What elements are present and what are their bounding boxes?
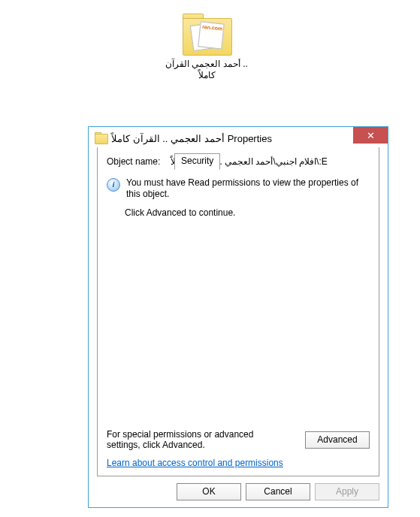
dialog-actions: OK Cancel Apply <box>177 483 379 500</box>
link-label: Learn about access control and permissio… <box>107 458 283 468</box>
button-label: OK <box>202 486 215 497</box>
continue-message: Click Advanced to continue. <box>125 207 370 218</box>
tab-security[interactable]: Security <box>174 153 220 170</box>
cancel-button[interactable]: Cancel <box>246 483 310 500</box>
advanced-hint-text: For special permissions or advanced sett… <box>107 429 279 450</box>
thumb-text: ran.com <box>202 24 223 32</box>
info-icon: i <box>107 178 120 192</box>
titlebar[interactable]: أحمد العجمي .. القرآن كاملاً Properties … <box>89 127 388 150</box>
close-button[interactable]: ✕ <box>353 127 388 144</box>
titlebar-folder-icon <box>95 132 107 144</box>
info-message-row: i You must have Read permissions to view… <box>107 177 370 200</box>
folder-icon: an ran.com <box>180 14 234 57</box>
window-title-suffix: Properties <box>228 133 272 144</box>
properties-dialog: أحمد العجمي .. القرآن كاملاً Properties … <box>88 126 388 508</box>
object-name-label: Object name: <box>107 156 160 167</box>
tab-content-security: Object name: E:\افلام اجنبي\أحمد العجمي … <box>97 147 379 476</box>
close-icon: ✕ <box>367 130 375 141</box>
button-label: Advanced <box>317 434 357 445</box>
button-label: Apply <box>336 486 358 497</box>
object-name-row: Object name: E:\افلام اجنبي\أحمد العجمي … <box>107 156 370 167</box>
ok-button[interactable]: OK <box>177 483 241 500</box>
tab-label: Security <box>181 156 213 166</box>
apply-button: Apply <box>315 483 379 500</box>
info-message-text: You must have Read permissions to view t… <box>126 177 370 200</box>
advanced-button[interactable]: Advanced <box>305 431 370 449</box>
button-label: Cancel <box>264 486 292 497</box>
advanced-row: For special permissions or advanced sett… <box>107 429 370 450</box>
desktop-folder-item[interactable]: an ran.com .. أحمد العجمي القرآن كاملاً <box>165 14 248 81</box>
desktop-folder-label: .. أحمد العجمي القرآن كاملاً <box>165 59 248 81</box>
window-title-name: أحمد العجمي .. القرآن كاملاً <box>111 133 225 144</box>
learn-link[interactable]: Learn about access control and permissio… <box>107 458 283 468</box>
